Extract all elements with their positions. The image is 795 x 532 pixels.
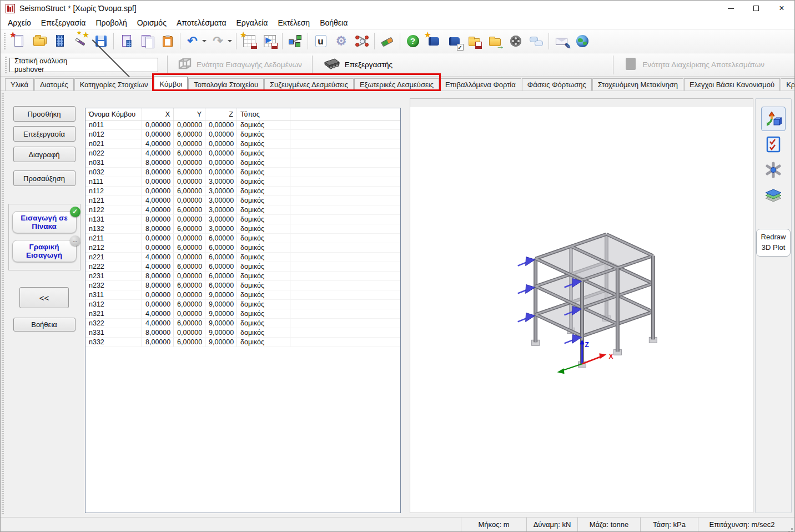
table-row[interactable]: n2328,000006,000006,00000δομικός: [85, 281, 400, 290]
copy-button[interactable]: [137, 31, 157, 52]
copy-model-button[interactable]: [116, 31, 137, 52]
table-row[interactable]: n0328,000006,000000,00000δομικός: [85, 168, 400, 177]
table-row[interactable]: n0224,000006,000000,00000δομικός: [85, 149, 400, 158]
table-row[interactable]: n0214,000000,000000,00000δομικός: [85, 139, 400, 149]
table-row[interactable]: n1214,000000,000003,00000δομικός: [85, 196, 400, 205]
help-button[interactable]: Βοήθεια: [13, 318, 76, 332]
tab-7[interactable]: Επιβαλλόμενα Φορτία: [440, 78, 521, 91]
table-wizard-button[interactable]: ★: [239, 31, 259, 52]
increment-button[interactable]: Προσαύξηση: [13, 170, 76, 186]
tab-4[interactable]: Τοπολογία Στοιχείου: [188, 78, 264, 91]
analysis-type-select[interactable]: Στατική ανάλυση pushover: [9, 58, 158, 72]
units-button[interactable]: u: [310, 31, 331, 52]
table-row[interactable]: n3328,000006,000009,00000δομικός: [85, 338, 400, 347]
settings-gear-button[interactable]: ⚙: [331, 31, 351, 52]
format-brush-button[interactable]: [377, 31, 398, 52]
table-row[interactable]: n3110,000000,000009,00000δομικός: [85, 290, 400, 300]
tab-3[interactable]: Κόμβοι: [154, 77, 188, 91]
menu-1[interactable]: Επεξεργασία: [36, 17, 91, 29]
delete-button[interactable]: Διαγραφή: [13, 147, 76, 162]
table-row[interactable]: n0110,000000,000000,00000δομικός: [85, 121, 400, 130]
help-button[interactable]: ?: [402, 31, 423, 52]
open-project-button[interactable]: [29, 31, 49, 52]
tab-0[interactable]: Υλικά: [5, 78, 34, 91]
redo-button[interactable]: ↷: [208, 31, 234, 52]
tab-9[interactable]: Στοχευόμενη Μετακίνηση: [592, 78, 683, 91]
dropdown-arrow-icon[interactable]: [202, 40, 207, 44]
table-row[interactable]: n0120,000006,000000,00000δομικός: [85, 130, 400, 139]
table-input-button[interactable]: Εισαγωγή σε Πίνακα ✓: [12, 211, 77, 233]
tab-5[interactable]: Συζευγμένες Δεσμεύσεις: [264, 78, 354, 91]
add-button[interactable]: Προσθήκη: [13, 106, 76, 122]
dropdown-arrow-icon[interactable]: [228, 40, 232, 44]
menu-3[interactable]: Ορισμός: [132, 17, 172, 29]
undo-button[interactable]: ↶: [183, 31, 208, 52]
wizard-button[interactable]: ★★: [70, 31, 90, 52]
module-button-1[interactable]: Επεξεργαστής: [317, 54, 398, 75]
table-row[interactable]: n3214,000000,000009,00000δομικός: [85, 309, 400, 319]
model-inspector-button[interactable]: [351, 31, 372, 52]
splitter[interactable]: [401, 91, 410, 517]
axes-view-button[interactable]: [761, 158, 786, 182]
building-model-button[interactable]: [49, 31, 70, 52]
close-button[interactable]: ×: [769, 1, 794, 16]
performance-criteria-button[interactable]: [761, 132, 786, 157]
table-row[interactable]: n1328,000006,000003,00000δομικός: [85, 224, 400, 234]
table-row[interactable]: n3120,000006,000009,00000δομικός: [85, 300, 400, 309]
resize-grip[interactable]: [786, 518, 794, 531]
edit-button[interactable]: Επεξεργασία: [13, 126, 76, 142]
collapse-panel-button[interactable]: <<: [19, 287, 69, 308]
table-row[interactable]: n3224,000006,000009,00000δομικός: [85, 319, 400, 328]
table-row[interactable]: n2318,000000,000006,00000δομικός: [85, 272, 400, 281]
maximize-button[interactable]: [743, 1, 769, 16]
table-row[interactable]: n2120,000006,000006,00000δομικός: [85, 243, 400, 253]
table-row[interactable]: n2110,000000,000006,00000δομικός: [85, 234, 400, 243]
movie-button[interactable]: [505, 31, 526, 52]
element-connectivity-button[interactable]: [285, 31, 305, 52]
tab-6[interactable]: Εξωτερικές Δεσμεύσεις: [354, 78, 439, 91]
column-header-2[interactable]: Y: [174, 108, 205, 120]
toolbar2-grip[interactable]: [5, 57, 7, 73]
export-model-button[interactable]: →: [485, 31, 505, 52]
tab-11[interactable]: Κριτήρια Επιτελεστικότητας: [781, 78, 795, 91]
minimize-button[interactable]: [718, 1, 743, 16]
menu-0[interactable]: Αρχείο: [3, 17, 36, 29]
discussion-forum-button[interactable]: [526, 31, 546, 52]
column-header-3[interactable]: Z: [205, 108, 237, 120]
tab-1[interactable]: Διατομές: [34, 78, 74, 91]
panel-grip[interactable]: [2, 93, 4, 515]
website-button[interactable]: [572, 31, 592, 52]
redraw-3d-plot-button[interactable]: Redraw 3D Plot: [756, 229, 791, 257]
example-models-button[interactable]: [464, 31, 485, 52]
table-row[interactable]: n3318,000000,000009,00000δομικός: [85, 328, 400, 338]
menu-4[interactable]: Αποτελέσματα: [172, 17, 232, 29]
menu-6[interactable]: Εκτέλεση: [273, 17, 315, 29]
view-orientation-button[interactable]: [761, 107, 786, 131]
column-header-4[interactable]: Τύπος: [237, 108, 290, 120]
paste-button[interactable]: [157, 31, 178, 52]
new-project-button[interactable]: ★: [8, 31, 29, 52]
user-manual-button[interactable]: ★: [423, 31, 444, 52]
module-button-0[interactable]: Ενότητα Εισαγωγής Δεδομένων: [172, 54, 308, 75]
table-row[interactable]: n2224,000006,000006,00000δομικός: [85, 262, 400, 272]
toolbar-grip[interactable]: [4, 33, 6, 49]
3d-plot-canvas[interactable]: Z X: [410, 107, 753, 513]
tab-2[interactable]: Κατηγορίες Στοιχείων: [74, 78, 154, 91]
table-row[interactable]: n0318,000000,000000,00000δομικός: [85, 158, 400, 168]
table-row[interactable]: n1224,000006,000003,00000δομικός: [85, 205, 400, 215]
module-button-2[interactable]: Ενότητα Διαχείρισης Αποτελεσμάτων: [618, 54, 770, 75]
run-analysis-button[interactable]: ▶: [259, 31, 280, 52]
verification-report-button[interactable]: ✓: [444, 31, 464, 52]
menu-7[interactable]: Βοήθεια: [315, 17, 353, 29]
column-header-1[interactable]: X: [142, 108, 174, 120]
table-row[interactable]: n1120,000006,000003,00000δομικός: [85, 187, 400, 196]
graphical-input-button[interactable]: Γραφική Εισαγωγή ...: [12, 240, 77, 262]
column-header-0[interactable]: Όνομα Κόμβου: [85, 108, 142, 120]
table-row[interactable]: n1318,000000,000003,00000δομικός: [85, 215, 400, 224]
email-support-button[interactable]: ✎: [551, 31, 572, 52]
table-row[interactable]: n2214,000000,000006,00000δομικός: [85, 253, 400, 262]
menu-5[interactable]: Εργαλεία: [232, 17, 273, 29]
tab-10[interactable]: Ελεγχοι Βάσει Κανονισμού: [684, 78, 780, 91]
table-row[interactable]: n1110,000000,000003,00000δομικός: [85, 177, 400, 187]
menu-2[interactable]: Προβολή: [90, 17, 132, 29]
